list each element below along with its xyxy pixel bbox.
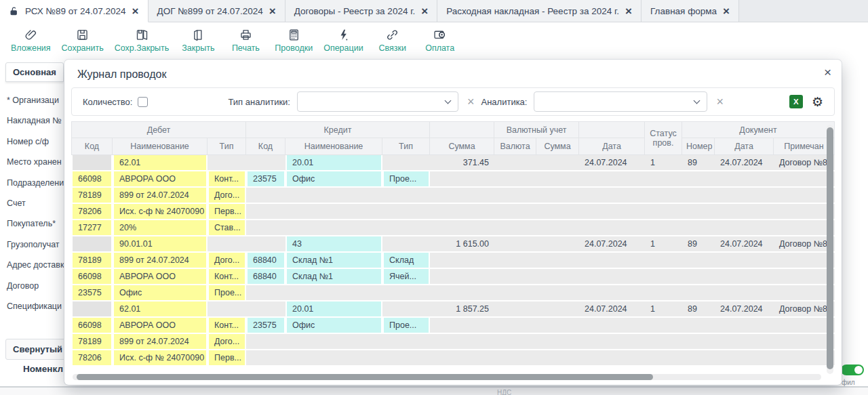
table-row[interactable]: 23575ОфисПрое... [71,285,835,302]
printer-icon [239,28,253,42]
table-cell [536,220,579,236]
section-nomenklatura: Номенкл [23,364,63,374]
paperclip-icon [24,28,38,42]
save-close-button[interactable]: Сохр.Закрыть [112,26,172,54]
close-button[interactable]: Закрыть [177,26,219,54]
print-button[interactable]: Печать [224,26,267,54]
save-button[interactable]: Сохранить [59,26,106,54]
modal-close-button[interactable]: × [824,66,831,79]
column-header: Тип [208,138,246,155]
table-row[interactable]: 78189899 от 24.07.2024Дого...68840Склад … [71,253,835,269]
table-cell: 89 [682,155,715,171]
horizontal-scrollbar[interactable] [73,374,821,380]
table-row[interactable]: 66098АВРОРА ОООКонт...23575ОфисПрое... [71,171,835,188]
table-cell [579,334,645,350]
table-row[interactable]: 66098АВРОРА ОООКонт...23575ОфисПрое... [71,318,835,334]
column-header: Дата [715,138,774,155]
tab-rashodnaya-reestr[interactable]: Расходная накладная - Реестр за 2024 г. … [437,0,642,22]
table-cell [494,302,536,318]
tab-close-icon[interactable]: × [625,5,632,17]
table-cell: Исх. с-ф № 24070090 ... [113,350,208,367]
table-cell [246,350,285,367]
table-cell [382,236,430,253]
tab-close-icon[interactable]: × [723,5,730,17]
table-cell [208,236,246,253]
table-cell [579,253,645,269]
table-cell [645,350,682,367]
quantity-checkbox[interactable] [138,97,148,107]
operations-button[interactable]: Операции [321,26,366,54]
table-cell [494,236,536,253]
table-row[interactable]: 78189899 от 24.07.2024Дого... [71,334,835,350]
tab-svernutyj[interactable]: Свернутый [5,339,65,360]
table-cell: 78189 [71,253,113,269]
excel-export-button[interactable]: X [789,95,803,108]
table-cell [382,220,430,236]
table-cell [494,155,536,171]
filter-toggle[interactable]: фил [839,365,866,386]
tab-glavnaya-forma[interactable]: Главная форма × [642,0,739,22]
field-label-nakladnaya: Накладная № [7,110,65,131]
links-button[interactable]: Связки [372,26,414,54]
column-header: Сумма [430,138,494,155]
table-cell [715,269,774,285]
table-row[interactable]: 78189899 от 24.07.2024Дого... [71,188,835,204]
tab-osnovnaya[interactable]: Основная [5,62,64,82]
analytics-type-select[interactable] [297,91,458,112]
table-cell: 20.01 [285,155,382,171]
table-cell: 23575 [246,171,285,188]
table-cell [285,350,382,367]
payment-button[interactable]: Оплата [419,26,461,54]
column-status: Статус пров. [645,121,682,155]
table-cell [682,204,715,220]
settings-gear-icon[interactable]: ⚙ [812,96,823,108]
table-cell [494,334,536,350]
table-cell [71,155,113,171]
vertical-scrollbar-thumb[interactable] [827,127,833,369]
field-label-mesto-hranen: Место хранен [7,152,65,172]
floppy-icon [75,28,90,42]
horizontal-scrollbar-thumb[interactable] [77,374,653,380]
table-row[interactable]: 90.01.01431 615.0024.07.202418924.07.202… [71,236,835,253]
table-cell [774,269,835,285]
tab-close-icon[interactable]: × [421,5,428,17]
table-cell [682,318,715,334]
tab-dogovory-reestr[interactable]: Договоры - Реестр за 2024 г. × [285,0,438,22]
clear-type-icon[interactable]: × [467,96,475,108]
table-cell [494,350,536,367]
attachments-button[interactable]: Вложения [8,26,54,54]
tab-rsx-89[interactable]: РСХ №89 от 24.07.2024 × [0,0,149,22]
table-cell [774,285,835,302]
table-cell: 89 [682,236,715,253]
group-credit: Кредит [246,121,430,138]
tab-dog-899[interactable]: ДОГ №899 от 24.07.2024 × [149,0,285,22]
vertical-scrollbar[interactable] [827,125,833,374]
table-row[interactable]: 78206Исх. с-ф № 24070090 ...Перв... [71,204,835,220]
tab-close-icon[interactable]: × [132,5,139,17]
clear-analytics-icon[interactable]: × [716,96,724,108]
door-icon [191,28,205,42]
table-cell [645,285,682,302]
table-cell [382,155,430,171]
analytics-type-label: Тип аналитики: [228,97,290,107]
analytics-select[interactable] [534,91,707,112]
table-row[interactable]: 62.0120.01371.4524.07.202418924.07.2024Д… [71,155,835,171]
table-cell: 23575 [246,318,285,334]
table-cell: Прое... [382,171,430,188]
table-row[interactable]: 78206Исх. с-ф № 24070090 ...Перв... [71,350,835,367]
table-cell: 1 615.00 [430,236,494,253]
table-cell [715,285,774,302]
table-cell: 24.07.2024 [715,302,774,318]
toggle-switch[interactable] [841,365,864,375]
table-cell [430,253,494,269]
table-row[interactable]: 66098АВРОРА ОООКонт...68840Склад №1Ячей.… [71,269,835,285]
field-label-gruzopoluchatel: Грузополучат [7,234,65,255]
table-cell: 43 [285,236,382,253]
postings-button[interactable]: Проводки [272,26,315,54]
table-cell [682,253,715,269]
tab-close-icon[interactable]: × [269,5,276,17]
table-cell [579,220,645,236]
table-row[interactable]: 1727720%Став... [71,220,835,236]
table-row[interactable]: 62.0120.011 857.2524.07.202418924.07.202… [71,302,835,318]
table-cell [682,188,715,204]
